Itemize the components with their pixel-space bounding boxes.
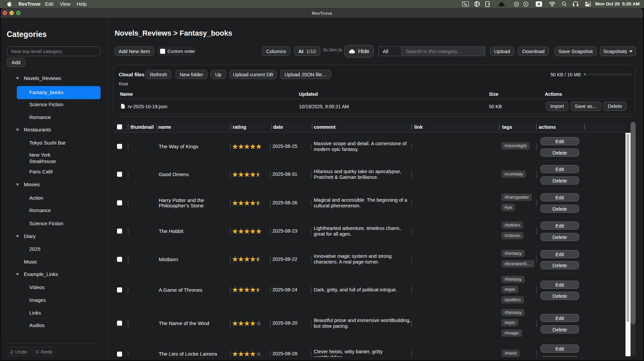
svg-text:A: A <box>538 2 540 6</box>
